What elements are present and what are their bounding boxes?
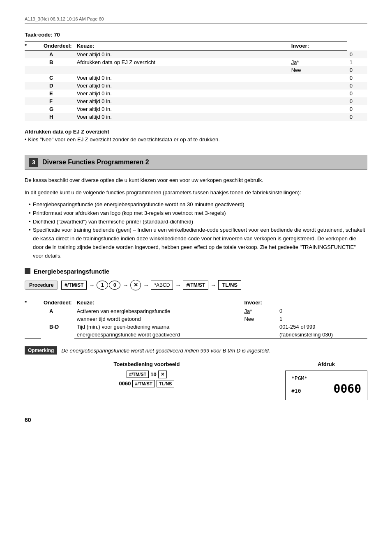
cell-desc: Voer altijd 0 in. [74,105,289,113]
cell-star [25,58,41,66]
cell-keuze [289,113,347,121]
afdruk-title: Afdruk [285,361,367,367]
cell-invoer: 0 [347,82,367,90]
cell-letter: H [41,113,74,121]
cell-keuze [289,97,347,105]
cell-keuze: Ja* [289,58,347,66]
cell-letter-bd: B-D [41,323,74,339]
section-3-header: 3 Diverse Functies Programmeren 2 [25,155,367,170]
table-row: CVoer altijd 0 in.0 [25,74,367,82]
cell-keuze2-2: Nee [242,315,277,323]
cell-letter: D [41,82,74,90]
afdruk-number: 0060 [334,382,361,396]
cell-keuze: Nee [289,66,347,74]
arrow-2: → [122,282,128,288]
cell-invoer-bd-2: (fabrieksinstelling 030) [277,331,367,339]
table-row: wanneer tijd wordt getoondNee1 [25,315,367,323]
table-row: HVoer altijd 0 in.0 [25,113,367,121]
cell-star-bd [25,323,41,331]
header-text: A113_3(Ne) 06.9.12 10:16 AM Page 60 [25,16,104,21]
table-row: DVoer altijd 0 in.0 [25,82,367,90]
cell-desc [74,66,289,74]
toets-key-tmst2: #/TM/ST [132,380,154,387]
table-row: EVoer altijd 0 in.0 [25,90,367,97]
table-row: Nee0 [25,66,367,74]
cell-keuze [289,90,347,97]
cell-invoer: 0 [347,66,367,74]
example-section: Toetsbediening voorbeeld #/TM/ST 10 ✕ 00… [25,361,367,400]
cell-invoer: 0 [347,105,367,113]
table-row: B-DTijd (min.) voor geen-bediening waarn… [25,323,367,331]
cell-invoer: 0 [347,74,367,82]
cell-desc2-2: wanneer tijd wordt getoond [74,315,242,323]
cell-keuze [289,74,347,82]
bullet-item: Dichtheid ("zwartheid") van thermische p… [29,218,367,226]
proc-key-0: 0 [109,281,120,290]
table-onderdeel-1: * Onderdeel: Keuze: Invoer: AVoer altijd… [25,41,367,121]
table-onderdeel-2: * Onderdeel: Keuze: Invoer: AActiveren v… [25,298,367,339]
cell-letter: C [41,74,74,82]
cell-star [25,90,41,97]
arrow-5: → [210,282,216,288]
proc-key-1: 1 [97,281,108,290]
table-row: GVoer altijd 0 in.0 [25,105,367,113]
toets-row-2: 0060 #/TM/ST TL/NS [25,380,269,387]
col-onderdeel-2: Onderdeel: [41,298,74,307]
proc-key-tmst2: #/TM/ST [183,281,208,290]
cell-desc: Voer altijd 0 in. [74,97,289,105]
section-body-2: In dit gedeelte kunt u de volgende funct… [25,189,367,197]
cell-invoer2-2: 1 [277,315,367,323]
cell-letter: E [41,90,74,97]
cell-star2b [25,315,41,323]
cell-keuze [289,51,347,59]
arrow-4: → [175,282,181,288]
cell-desc: Voer altijd 0 in. [74,113,289,121]
cell-invoer: 0 [347,90,367,97]
procedure-label: Procedure [25,281,58,290]
afdruk-line1: *PGM* [291,375,361,381]
toets-title: Toetsbediening voorbeeld [25,361,269,367]
procedure-flow: Procedure #/TM/ST → 1 0 → ✕ → *ABCD → #/… [25,280,367,290]
table-row: energiebesparingsfunctie wordt geactivee… [25,331,367,339]
page-header: A113_3(Ne) 06.9.12 10:16 AM Page 60 [25,16,367,23]
col-invoer: Invoer: [289,41,347,51]
cell-invoer-bd-1: 001-254 of 999 [277,323,367,331]
proc-key-abcd: *ABCD [151,281,173,290]
section-bullets: Energiebesparingsfunctie (de energiebesp… [29,200,367,260]
col-keuze-2: Keuze: [74,298,242,307]
table-row: BAfdrukken data op EJ Z overzichtJa*1 [25,58,367,66]
cell-desc-bd-2: energiebesparingsfunctie wordt geactivee… [74,331,242,339]
cell-desc: Voer altijd 0 in. [74,82,289,90]
opmerking-text: De energiebesparingsfunctie wordt niet g… [61,346,270,354]
proc-key-tlns: TL/NS [218,280,241,290]
afdruk-example: Afdruk *PGM* #10 0060 [285,361,367,400]
toets-key-tmst: #/TM/ST [127,371,149,378]
subsection-title-energy: Energiebesparingsfunctie [25,268,367,275]
bullet-item: Printformaat voor afdrukken van logo (ko… [29,209,367,218]
cell-letter [41,66,74,74]
section-title: Diverse Functies Programmeren 2 [42,159,149,166]
cell-star [25,66,41,74]
cell-invoer: 0 [347,51,367,59]
cell-desc2-1: Activeren van energiebesparingsfunctie [74,307,242,315]
cell-keuze [289,82,347,90]
table-row: FVoer altijd 0 in.0 [25,97,367,105]
cell-invoer: 0 [347,113,367,121]
cell-desc-bd-1: Tijd (min.) voor geen-bediening waarna [74,323,242,331]
cell-letter: B [41,58,74,66]
cell-star [25,74,41,82]
proc-key-tmst1: #/TM/ST [61,281,87,290]
afdruk-box: *PGM* #10 0060 [285,371,367,400]
cell-desc: Voer altijd 0 in. [74,90,289,97]
cell-desc: Voer altijd 0 in. [74,74,289,82]
toets-num-0060: 0060 [119,380,131,387]
toets-key-tlns: TL/NS [157,380,175,387]
note-ej: Afdrukken data op EJ Z overzicht • Kies … [25,129,367,143]
cell-star [25,51,41,59]
note-ej-title: Afdrukken data op EJ Z overzicht [25,129,367,135]
cell-keuze2-1: Ja* [242,307,277,315]
note-ej-text: • Kies "Nee" voor een EJ Z overzicht zon… [25,136,367,143]
bullet-item: Specificatie voor training bediende (gee… [29,226,367,260]
subsection-title-text: Energiebesparingsfunctie [34,268,109,275]
proc-x-circle: ✕ [130,280,141,290]
